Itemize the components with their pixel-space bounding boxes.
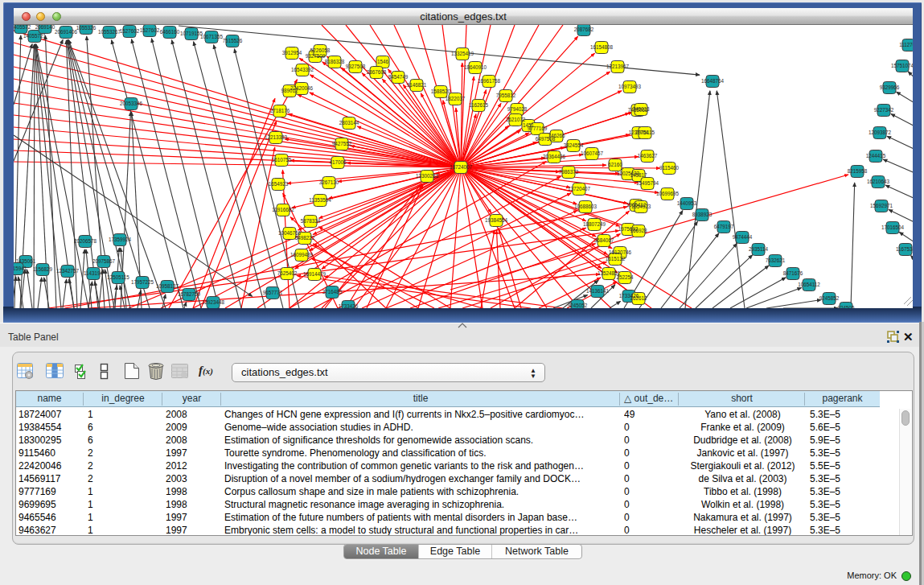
svg-text:1156829: 1156829	[33, 266, 53, 272]
svg-text:145817: 145817	[630, 172, 647, 178]
svg-text:20206578: 20206578	[74, 238, 97, 244]
svg-text:10553267: 10553267	[98, 29, 121, 35]
svg-text:10958137: 10958137	[156, 283, 179, 289]
svg-text:16961758: 16961758	[478, 78, 501, 84]
svg-text:9245852: 9245852	[819, 295, 840, 301]
svg-text:9794028: 9794028	[507, 106, 528, 112]
svg-text:62160: 62160	[608, 162, 622, 167]
svg-text:20691406: 20691406	[55, 29, 78, 35]
svg-text:1615132: 1615132	[606, 256, 626, 262]
svg-text:2975115: 2975115	[635, 130, 655, 135]
svg-text:10607457: 10607457	[581, 150, 604, 156]
svg-text:252254: 252254	[616, 274, 634, 280]
svg-text:1546: 1546	[377, 59, 389, 64]
svg-text:9327509: 9327509	[306, 53, 326, 59]
svg-text:8215958: 8215958	[848, 168, 868, 174]
svg-text:10973493: 10973493	[618, 84, 642, 89]
svg-text:2718176: 2718176	[270, 108, 290, 113]
svg-text:12213383: 12213383	[265, 134, 288, 140]
svg-text:9474444: 9474444	[733, 234, 753, 240]
svg-text:16210643: 16210643	[867, 179, 890, 184]
svg-text:16543392: 16543392	[291, 67, 314, 72]
svg-text:9227342: 9227342	[874, 107, 894, 113]
svg-text:17016504: 17016504	[881, 225, 905, 230]
svg-text:6466160: 6466160	[160, 29, 180, 35]
svg-text:9777169: 9777169	[528, 126, 548, 131]
svg-text:9427552: 9427552	[332, 141, 352, 146]
svg-text:3912954: 3912954	[282, 50, 302, 56]
svg-text:15751074: 15751074	[891, 63, 913, 68]
svg-text:12505115: 12505115	[107, 274, 129, 280]
svg-text:12923448: 12923448	[202, 299, 225, 305]
svg-text:1143194: 1143194	[84, 270, 104, 276]
svg-text:1654923: 1654923	[269, 181, 289, 187]
svg-text:1610755: 1610755	[272, 157, 292, 163]
svg-text:3824554: 3824554	[564, 142, 584, 148]
svg-text:9146821: 9146821	[407, 82, 427, 88]
svg-text:8938923: 8938923	[692, 212, 713, 217]
svg-text:15692971: 15692971	[870, 203, 893, 208]
svg-text:17957225: 17957225	[131, 279, 154, 285]
svg-text:11916682: 11916682	[272, 207, 294, 212]
svg-text:1244415: 1244415	[866, 153, 886, 159]
svg-text:1435061: 1435061	[16, 258, 36, 264]
svg-text:1733426: 1733426	[339, 303, 359, 308]
svg-text:2069140: 2069140	[35, 25, 55, 30]
svg-text:2087682: 2087682	[574, 27, 594, 32]
svg-text:12342757: 12342757	[56, 268, 80, 274]
svg-text:13300283: 13300283	[416, 173, 439, 179]
svg-text:5498222: 5498222	[295, 235, 315, 241]
svg-text:3716485: 3716485	[322, 289, 343, 295]
svg-text:14055721: 14055721	[23, 33, 47, 39]
svg-text:2867608: 2867608	[367, 69, 387, 75]
svg-text:3684067: 3684067	[594, 237, 614, 243]
svg-text:5226058: 5226058	[310, 47, 331, 53]
svg-text:14136141: 14136141	[586, 288, 610, 294]
svg-text:1527602: 1527602	[140, 27, 160, 33]
svg-text:2803144: 2803144	[339, 120, 359, 126]
svg-text:12093872: 12093872	[869, 130, 892, 135]
svg-text:19384554: 19384554	[485, 217, 508, 223]
svg-text:1621072: 1621072	[506, 117, 526, 122]
svg-text:5878334: 5878334	[301, 218, 321, 224]
svg-text:7955812: 7955812	[496, 93, 516, 98]
svg-text:18640910: 18640910	[464, 64, 487, 70]
svg-text:1588520: 1588520	[431, 89, 451, 94]
svg-text:1055326: 1055326	[76, 25, 97, 31]
svg-text:1112764: 1112764	[899, 42, 913, 47]
svg-text:8471676: 8471676	[783, 270, 803, 276]
svg-text:7986372: 7986372	[559, 169, 579, 175]
svg-text:20053346: 20053346	[120, 101, 143, 106]
svg-text:16648764: 16648764	[701, 78, 725, 84]
svg-text:1405572: 1405572	[14, 25, 31, 30]
svg-text:746266: 746266	[548, 133, 565, 138]
svg-text:20975867: 20975867	[92, 258, 116, 264]
svg-text:6479197: 6479197	[714, 224, 734, 229]
svg-text:7632621: 7632621	[766, 257, 786, 263]
svg-text:1527602: 1527602	[120, 28, 140, 34]
svg-text:1822037: 1822037	[446, 96, 466, 101]
svg-text:16099489: 16099489	[290, 252, 314, 257]
svg-text:3915941: 3915941	[14, 266, 27, 271]
svg-text:9327508: 9327508	[346, 64, 366, 69]
svg-text:417006: 417006	[329, 159, 347, 165]
svg-text:989012: 989012	[281, 88, 298, 93]
svg-text:16120746: 16120746	[609, 249, 632, 255]
svg-text:1654923: 1654923	[631, 204, 651, 209]
svg-text:9245052: 9245052	[568, 303, 588, 308]
svg-text:15495794: 15495794	[636, 180, 659, 186]
svg-text:1162615: 1162615	[469, 102, 489, 108]
svg-text:10654112: 10654112	[798, 282, 820, 287]
svg-text:11353594: 11353594	[309, 197, 331, 203]
svg-text:1440953: 1440953	[677, 200, 697, 206]
svg-text:10688603: 10688603	[574, 204, 598, 209]
svg-text:18807249: 18807249	[583, 221, 606, 227]
svg-text:2935114: 2935114	[749, 246, 769, 252]
svg-text:3267130: 3267130	[319, 179, 339, 185]
svg-text:13325419: 13325419	[451, 51, 474, 56]
svg-text:9115460: 9115460	[659, 165, 680, 171]
svg-text:7625402: 7625402	[277, 270, 298, 276]
svg-text:9329966: 9329966	[880, 84, 900, 90]
svg-text:10699695: 10699695	[656, 191, 680, 196]
svg-text:18724007: 18724007	[450, 164, 473, 170]
